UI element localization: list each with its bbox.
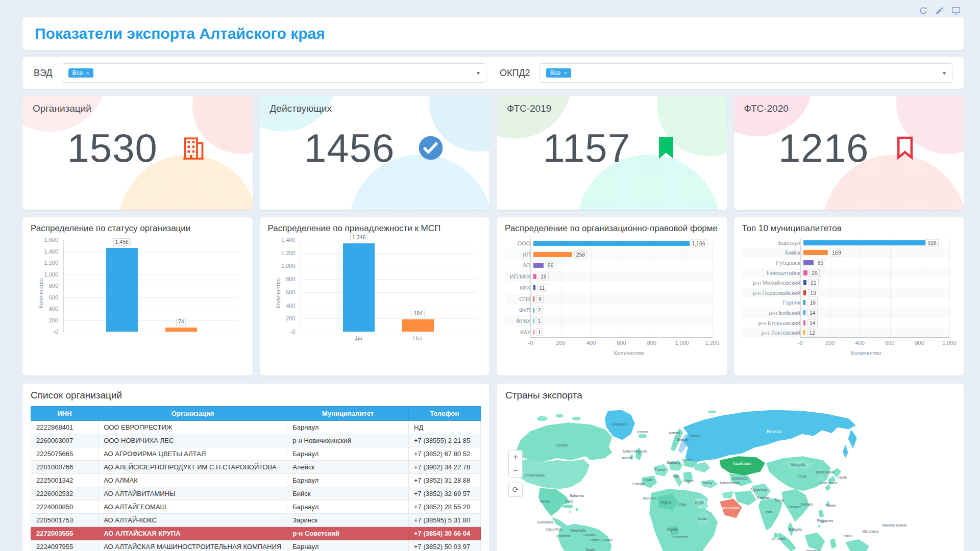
- chart-bar[interactable]: [803, 260, 814, 265]
- chart-bar[interactable]: [106, 248, 138, 332]
- table-row[interactable]: 2225001342АО АЛМАКБарнаул+7 (3852) 31 28…: [31, 474, 481, 487]
- table-cell[interactable]: +7 (3852) 50 03 97: [409, 540, 481, 551]
- organizations-table[interactable]: ИНН Организация Муниципалитет Телефон 22…: [31, 406, 481, 551]
- bar-group[interactable]: 184: [402, 240, 434, 332]
- chart-bar[interactable]: [533, 274, 536, 279]
- country-kazakhstan[interactable]: [720, 456, 765, 475]
- table-cell[interactable]: 2225075665: [31, 447, 99, 461]
- table-cell[interactable]: АО АЛЕЙСКЗЕРНОПРОДУКТ ИМ С.Н.СТАРОВОЙТОВ…: [99, 461, 287, 474]
- zoom-in-button[interactable]: +: [509, 450, 522, 464]
- chart-bar[interactable]: [533, 318, 534, 323]
- table-cell[interactable]: р-н Советский: [287, 527, 409, 540]
- table-cell[interactable]: +7 (3852) 67 80 52: [409, 447, 481, 461]
- table-cell[interactable]: Заринск: [287, 514, 409, 527]
- table-row[interactable]: 2205001753АО АЛТАЙ-КОКСЗаринск+7 (38595)…: [31, 514, 481, 527]
- column-header-organization[interactable]: Организация: [99, 407, 287, 421]
- table-cell[interactable]: 2226002532: [31, 487, 99, 500]
- table-cell[interactable]: Барнаул: [287, 447, 409, 461]
- chart-bar[interactable]: [803, 330, 805, 335]
- chart-bar[interactable]: [402, 319, 434, 332]
- ved-select[interactable]: Все × ▾: [62, 63, 486, 83]
- table-cell[interactable]: Бийск: [287, 487, 409, 500]
- table-cell[interactable]: +7 (3852) 28 55 20: [409, 500, 481, 514]
- chart-canvas[interactable]: Количество1,6001,4001,2001,0008006004002…: [31, 237, 244, 356]
- chart-bar[interactable]: [803, 270, 807, 276]
- table-cell[interactable]: АО АЛТАЙГЕОМАШ: [99, 500, 287, 514]
- table-cell[interactable]: 2272003555: [31, 527, 99, 540]
- table-cell[interactable]: +7 (3854) 30 66 04: [409, 527, 481, 540]
- table-cell[interactable]: 2260003007: [31, 434, 99, 447]
- chart-bar[interactable]: [803, 240, 939, 245]
- chart-bar[interactable]: [533, 252, 572, 257]
- table-cell[interactable]: ООО ЕВРОПРЕСТИЖ: [99, 421, 287, 434]
- table-cell[interactable]: НД: [409, 421, 481, 434]
- table-row[interactable]: 2224000850АО АЛТАЙГЕОМАШБарнаул+7 (3852)…: [31, 500, 481, 514]
- country-iceland[interactable]: [638, 434, 647, 438]
- table-row[interactable]: 2272003555АО АЛТАЙСКАЯ КРУПАр-н Советски…: [31, 527, 481, 540]
- table-row[interactable]: 2260003007ООО НОВИЧИХА ЛЕСр-н Новичихинс…: [31, 434, 481, 447]
- chart-bar[interactable]: [533, 330, 534, 335]
- table-cell[interactable]: АО АЛТАЙ-КОКС: [99, 514, 287, 527]
- chart-bar[interactable]: [803, 300, 806, 305]
- chart-canvas[interactable]: Барнаул926Бийск169Рубцовск69Новоалтайск2…: [742, 237, 956, 356]
- chart-bar[interactable]: [533, 296, 534, 302]
- country-philippines[interactable]: [818, 509, 824, 518]
- table-cell[interactable]: +7 (3902) 34 22 78: [409, 461, 481, 474]
- table-row[interactable]: 2222868401ООО ЕВРОПРЕСТИЖБарнаулНД: [31, 421, 481, 434]
- table-row[interactable]: 2226002532АО АЛТАЙВИТАМИНЫБийск+7 (3852)…: [31, 487, 481, 500]
- chart-canvas[interactable]: ООО1,166ИП258АО66ИП КФХ19КФХ11СПК6ФКП2ФГ…: [505, 237, 719, 356]
- bar-group[interactable]: 1,456: [106, 240, 138, 332]
- table-row[interactable]: 2224097955АО АЛТАЙСКАЯ МАШИНОСТРОИТЕЛЬНА…: [31, 540, 481, 551]
- chart-bar[interactable]: [803, 250, 828, 255]
- table-cell[interactable]: АО АЛТАЙСКАЯ КРУПА: [99, 527, 287, 540]
- okpd2-chip[interactable]: Все ×: [546, 68, 571, 78]
- chart-bar[interactable]: [533, 285, 535, 290]
- edit-icon[interactable]: [935, 6, 944, 15]
- table-cell[interactable]: АО АГРОФИРМА ЦВЕТЫ АЛТАЯ: [99, 447, 287, 461]
- table-cell[interactable]: 2205001753: [31, 514, 99, 527]
- map-reset-button[interactable]: ⟳: [508, 483, 523, 497]
- display-icon[interactable]: [951, 6, 961, 15]
- ved-chip[interactable]: Все ×: [68, 68, 93, 78]
- chart-bar[interactable]: [533, 241, 707, 246]
- sync-icon[interactable]: [919, 6, 928, 15]
- table-cell[interactable]: +7 (3852) 31 28 88: [409, 474, 481, 487]
- table-cell[interactable]: Барнаул: [287, 540, 409, 551]
- table-cell[interactable]: Барнаул: [287, 474, 409, 487]
- country-borneo[interactable]: [805, 533, 825, 551]
- table-cell[interactable]: Барнаул: [287, 421, 409, 434]
- chip-remove-icon[interactable]: ×: [564, 70, 567, 76]
- column-header-phone[interactable]: Телефон: [409, 407, 481, 421]
- table-cell[interactable]: 2224097955: [31, 540, 99, 551]
- table-cell[interactable]: АО АЛТАЙСКАЯ МАШИНОСТРОИТЕЛЬНАЯ КОМПАНИЯ: [99, 540, 287, 551]
- chip-remove-icon[interactable]: ×: [86, 70, 89, 76]
- chart-bar[interactable]: [803, 310, 805, 315]
- chart-bar[interactable]: [533, 263, 543, 268]
- table-cell[interactable]: АО АЛТАЙВИТАМИНЫ: [99, 487, 287, 500]
- table-cell[interactable]: 2222868401: [31, 421, 99, 434]
- chart-bar[interactable]: [165, 328, 197, 332]
- zoom-out-button[interactable]: −: [509, 464, 522, 477]
- country-canada[interactable]: [516, 422, 612, 462]
- table-cell[interactable]: АО АЛМАК: [99, 474, 287, 487]
- country-russia[interactable]: [683, 410, 855, 462]
- chart-canvas[interactable]: Количество1,4001,2001,000800600400200-01…: [268, 237, 482, 356]
- bar-group[interactable]: 1,346: [343, 240, 375, 332]
- country-cuba[interactable]: [561, 505, 574, 509]
- table-cell[interactable]: 2225001342: [31, 474, 99, 487]
- okpd2-select[interactable]: Все × ▾: [540, 63, 952, 83]
- table-cell[interactable]: +7 (38595) 5 31 80: [409, 514, 481, 527]
- chart-bar[interactable]: [803, 280, 806, 285]
- table-row[interactable]: 2201000766АО АЛЕЙСКЗЕРНОПРОДУКТ ИМ С.Н.С…: [31, 461, 481, 474]
- column-header-municipality[interactable]: Муниципалитет: [287, 407, 409, 421]
- chart-bar[interactable]: [343, 243, 375, 332]
- table-cell[interactable]: +7 (38555) 2 21 85: [409, 434, 481, 447]
- table-cell[interactable]: ООО НОВИЧИХА ЛЕС: [99, 434, 287, 447]
- table-cell[interactable]: р-н Новичихинский: [287, 434, 409, 447]
- country-india[interactable]: [758, 498, 782, 531]
- chart-bar[interactable]: [533, 308, 534, 313]
- chart-bar[interactable]: [803, 290, 806, 295]
- bar-group[interactable]: 74: [165, 240, 197, 332]
- table-cell[interactable]: Алейск: [287, 461, 409, 474]
- chart-bar[interactable]: [803, 320, 805, 325]
